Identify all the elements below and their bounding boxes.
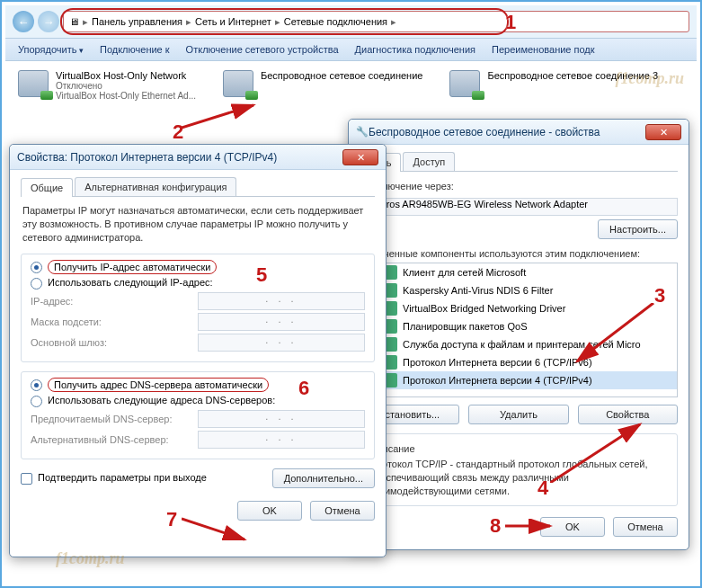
gateway-field[interactable]: . . .	[198, 334, 365, 352]
breadcrumb[interactable]: 🖥 ▸ Панель управления ▸ Сеть и Интернет …	[63, 11, 689, 32]
dialog-title: Беспроводное сетевое соединение - свойст…	[369, 126, 645, 138]
properties-button[interactable]: Свойства	[578, 405, 678, 424]
radio-icon	[31, 262, 42, 273]
watermark: f1comp.ru	[616, 70, 685, 86]
close-button[interactable]: ✕	[342, 149, 378, 165]
network-item[interactable]: Беспроводное сетевое соединение	[223, 70, 422, 101]
checkbox-label: Подтвердить параметры при выходе	[38, 472, 207, 483]
radio-label: Использовать следующий IP-адрес:	[48, 277, 213, 288]
tab-alt-config[interactable]: Альтернативная конфигурация	[75, 177, 236, 196]
tab-access[interactable]: Доступ	[403, 152, 455, 171]
connect-via-label: Подключение через:	[360, 179, 678, 195]
dns1-label: Предпочитаемый DNS-сервер:	[31, 414, 192, 424]
radio-icon	[31, 396, 42, 407]
toolbar-organize[interactable]: Упорядочить	[18, 44, 84, 55]
list-item[interactable]: Протокол Интернета версии 6 (TCP/IPv6)	[403, 357, 592, 368]
tab-general[interactable]: Общие	[21, 178, 73, 197]
toolbar-rename[interactable]: Переименование подк	[492, 44, 595, 55]
chevron-right-icon: ▸	[275, 16, 280, 28]
list-item[interactable]: Клиент для сетей Microsoft	[403, 267, 526, 278]
watermark: f1comp.ru	[56, 550, 125, 566]
dialog-title: Свойства: Протокол Интернета версии 4 (T…	[17, 151, 342, 164]
ip-field[interactable]: . . .	[198, 292, 365, 310]
mask-label: Маска подсети:	[31, 316, 192, 327]
list-item[interactable]: Планировщик пакетов QoS	[403, 321, 528, 332]
ok-button[interactable]: OK	[237, 501, 302, 521]
dns2-field[interactable]: . . .	[198, 431, 365, 449]
connection-properties-dialog: 🔧 Беспроводное сетевое соединение - свой…	[348, 119, 689, 550]
gateway-label: Основной шлюз:	[31, 337, 192, 348]
toolbar-disable[interactable]: Отключение сетевого устройства	[186, 44, 339, 55]
network-status: Отключено	[56, 81, 196, 91]
cancel-button[interactable]: Отмена	[613, 517, 678, 537]
radio-icon	[31, 278, 42, 290]
adapter-field: Atheros AR9485WB-EG Wireless Network Ada…	[360, 198, 678, 216]
network-adapter-icon	[18, 70, 49, 97]
remove-button[interactable]: Удалить	[468, 405, 568, 424]
network-title: Беспроводное сетевое соединение	[261, 70, 422, 81]
radio-dns-manual[interactable]: Использовать следующие адреса DNS-сервер…	[31, 395, 365, 407]
radio-ip-manual[interactable]: Использовать следующий IP-адрес:	[31, 277, 365, 290]
chevron-right-icon: ▸	[186, 16, 191, 28]
ipv4-properties-dialog: Свойства: Протокол Интернета версии 4 (T…	[9, 144, 387, 557]
description-title: Описание	[369, 441, 668, 458]
configure-button[interactable]: Настроить...	[598, 219, 678, 239]
network-item[interactable]: VirtualBox Host-Only Network Отключено V…	[18, 70, 196, 101]
cancel-button[interactable]: Отмена	[310, 501, 375, 521]
close-button[interactable]: ✕	[645, 124, 681, 140]
advanced-button[interactable]: Дополнительно...	[272, 468, 375, 488]
toolbar-connect[interactable]: Подключение к	[100, 44, 170, 55]
list-item[interactable]: Протокол Интернета версии 4 (TCP/IPv4)	[403, 375, 592, 386]
validate-checkbox[interactable]: Подтвердить параметры при выходе	[21, 472, 207, 485]
checkbox-icon	[21, 473, 32, 485]
chevron-right-icon: ▸	[391, 16, 396, 28]
network-adapter: VirtualBox Host-Only Ethernet Ad...	[56, 91, 196, 101]
components-list[interactable]: Клиент для сетей Microsoft Kaspersky Ant…	[360, 263, 678, 397]
description-text: Протокол TCP/IP - стандартный протокол г…	[369, 458, 668, 498]
explorer-toolbar: Упорядочить Подключение к Отключение сет…	[5, 38, 697, 61]
ip-label: IP-адрес:	[31, 296, 192, 307]
radio-ip-auto[interactable]: Получить IP-адрес автоматически	[31, 262, 365, 274]
list-item[interactable]: VirtualBox Bridged Networking Driver	[403, 303, 565, 314]
breadcrumb-item[interactable]: Панель управления	[92, 16, 182, 27]
radio-icon	[31, 379, 42, 391]
toolbar-diagnose[interactable]: Диагностика подключения	[355, 44, 475, 55]
ok-button[interactable]: OK	[540, 517, 605, 537]
network-adapter-icon	[449, 70, 480, 97]
radio-label: Получить IP-адрес автоматически	[48, 260, 217, 274]
list-item[interactable]: Служба доступа к файлам и принтерам сете…	[403, 339, 641, 350]
radio-label: Получить адрес DNS-сервера автоматически	[48, 378, 269, 392]
network-adapter-icon	[223, 70, 253, 97]
breadcrumb-root-icon: 🖥	[69, 16, 79, 27]
list-item[interactable]: Kaspersky Anti-Virus NDIS 6 Filter	[403, 285, 553, 296]
forward-button[interactable]: →	[38, 11, 59, 32]
radio-label: Использовать следующие адреса DNS-сервер…	[48, 395, 275, 405]
shield-icon: 🔧	[356, 126, 369, 138]
components-label: Отмеченные компоненты используются этим …	[360, 246, 678, 263]
dns1-field[interactable]: . . .	[198, 410, 365, 428]
back-button[interactable]: ←	[13, 11, 34, 32]
mask-field[interactable]: . . .	[198, 313, 365, 331]
network-title: VirtualBox Host-Only Network	[56, 70, 196, 81]
breadcrumb-item[interactable]: Сеть и Интернет	[195, 16, 271, 27]
dns2-label: Альтернативный DNS-сервер:	[31, 434, 192, 445]
breadcrumb-item[interactable]: Сетевые подключения	[284, 16, 387, 27]
radio-dns-auto[interactable]: Получить адрес DNS-сервера автоматически	[31, 379, 365, 392]
intro-text: Параметры IP могут назначаться автоматич…	[22, 204, 373, 245]
chevron-right-icon: ▸	[83, 16, 88, 28]
